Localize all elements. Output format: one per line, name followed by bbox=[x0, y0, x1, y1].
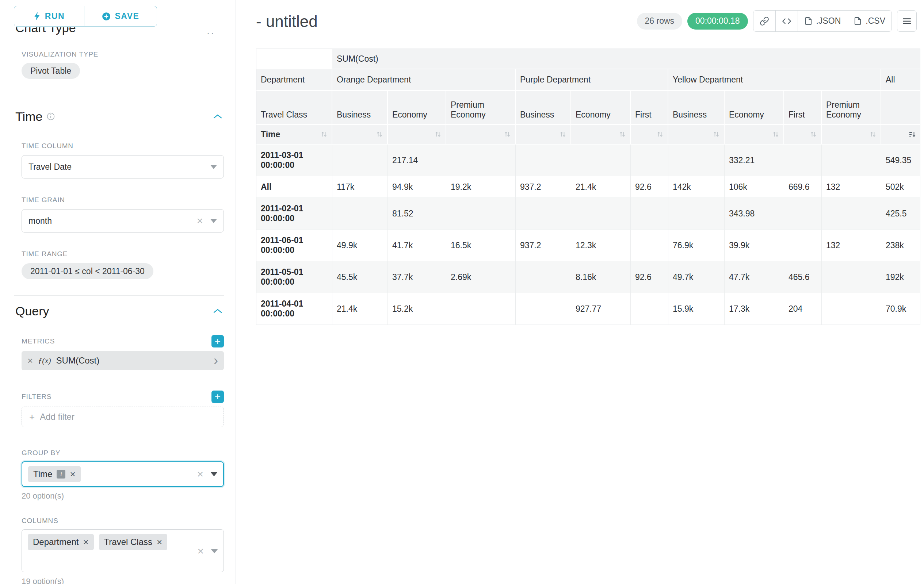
chevron-up-icon[interactable] bbox=[213, 308, 223, 314]
pivot-cell bbox=[631, 230, 668, 262]
sort-toggle-icon[interactable] bbox=[657, 131, 663, 138]
pivot-sort-header[interactable] bbox=[631, 125, 668, 145]
sort-toggle-icon[interactable] bbox=[713, 131, 719, 138]
sort-toggle-icon[interactable] bbox=[504, 131, 511, 138]
pivot-cell: 8.16k bbox=[571, 262, 631, 293]
pivot-department-header[interactable]: Purple Department bbox=[516, 69, 668, 91]
pivot-department-header[interactable]: All bbox=[881, 69, 920, 91]
pivot-cell bbox=[571, 145, 631, 176]
pivot-data-row: 2011-06-01 00:00:0049.9k41.7k16.5k937.21… bbox=[256, 230, 920, 262]
pivot-cell: 76.9k bbox=[668, 230, 724, 262]
sort-toggle-icon[interactable] bbox=[772, 131, 779, 138]
save-button[interactable]: SAVE bbox=[84, 6, 157, 26]
caret-down-icon bbox=[210, 165, 217, 169]
pivot-class-header[interactable]: Economy bbox=[571, 91, 631, 125]
pivot-data-row: All117k94.9k19.2k937.221.4k92.6142k106k6… bbox=[256, 176, 920, 198]
pivot-sort-header[interactable] bbox=[571, 125, 631, 145]
embed-code-button[interactable] bbox=[776, 10, 798, 32]
clear-icon[interactable]: × bbox=[196, 216, 203, 226]
query-section-header[interactable]: Query bbox=[15, 303, 223, 319]
pivot-class-header[interactable]: Premium Economy bbox=[446, 91, 516, 125]
pivot-sort-header[interactable] bbox=[388, 125, 446, 145]
pivot-cell: 937.2 bbox=[516, 176, 571, 198]
pivot-cell: 37.7k bbox=[388, 262, 446, 293]
chevron-right-icon[interactable]: › bbox=[214, 354, 218, 367]
pivot-class-header[interactable] bbox=[881, 91, 920, 125]
pivot-sort-header[interactable] bbox=[822, 125, 881, 145]
export-csv-button[interactable]: .CSV bbox=[847, 10, 892, 32]
pivot-department-header[interactable]: Orange Department bbox=[332, 69, 516, 91]
metric-name: SUM(Cost) bbox=[56, 355, 100, 366]
caret-down-icon[interactable] bbox=[211, 472, 217, 476]
clear-icon[interactable]: × bbox=[197, 546, 204, 557]
caret-down-icon[interactable] bbox=[211, 549, 218, 553]
pivot-metric-header: SUM(Cost) bbox=[332, 49, 920, 69]
pivot-class-header[interactable]: Business bbox=[668, 91, 724, 125]
pivot-class-header[interactable]: Business bbox=[332, 91, 388, 125]
time-column-select[interactable]: Travel Date bbox=[21, 155, 224, 178]
remove-metric-icon[interactable]: × bbox=[27, 355, 33, 367]
sort-toggle-icon[interactable] bbox=[321, 131, 327, 138]
pivot-cell bbox=[631, 293, 668, 325]
pivot-class-header[interactable]: Business bbox=[516, 91, 571, 125]
add-filter-plus-button[interactable]: + bbox=[211, 391, 224, 403]
pivot-sort-header[interactable] bbox=[724, 125, 784, 145]
time-section-header[interactable]: Time bbox=[15, 109, 223, 125]
pivot-class-header[interactable]: Economy bbox=[724, 91, 784, 125]
export-json-button[interactable]: .JSON bbox=[798, 10, 848, 32]
sort-toggle-icon[interactable] bbox=[376, 131, 383, 138]
columns-select[interactable]: Department×Travel Class× × bbox=[21, 529, 224, 572]
pivot-sort-header[interactable] bbox=[668, 125, 724, 145]
sort-toggle-icon[interactable] bbox=[870, 131, 876, 138]
pivot-cell: 465.6 bbox=[784, 262, 822, 293]
time-range-value[interactable]: 2011-01-01 ≤ col < 2011-06-30 bbox=[21, 263, 153, 279]
time-grain-select[interactable]: month × bbox=[21, 209, 224, 232]
info-icon[interactable] bbox=[47, 112, 55, 120]
pivot-class-header[interactable]: Premium Economy bbox=[822, 91, 881, 125]
pivot-class-header[interactable]: Economy bbox=[388, 91, 446, 125]
pivot-sort-header[interactable] bbox=[332, 125, 388, 145]
pivot-sort-header[interactable] bbox=[784, 125, 822, 145]
chevron-up-icon[interactable] bbox=[213, 114, 223, 119]
pivot-sort-header[interactable] bbox=[881, 125, 920, 145]
run-button[interactable]: RUN bbox=[14, 6, 84, 26]
pivot-row-axis-header[interactable]: Time bbox=[256, 125, 332, 145]
pivot-sort-header[interactable] bbox=[446, 125, 516, 145]
time-column-label: TIME COLUMN bbox=[21, 142, 224, 150]
add-filter-button[interactable]: + Add filter bbox=[21, 406, 224, 427]
metric-item[interactable]: × ƒ(x) SUM(Cost) › bbox=[21, 351, 224, 370]
pivot-cell: 238k bbox=[881, 230, 920, 262]
tag-remove-icon[interactable]: × bbox=[157, 536, 162, 548]
chart-title[interactable]: - untitled bbox=[256, 12, 318, 31]
pivot-row-label: 2011-03-01 00:00:00 bbox=[256, 145, 332, 176]
pivot-cell bbox=[516, 293, 571, 325]
clear-icon[interactable]: × bbox=[197, 469, 203, 480]
visualization-type-value[interactable]: Pivot Table bbox=[21, 63, 80, 79]
lightning-icon bbox=[34, 12, 41, 20]
sort-toggle-icon[interactable] bbox=[619, 131, 625, 138]
pivot-class-header[interactable]: First bbox=[784, 91, 822, 125]
pivot-table-container: SUM(Cost)DepartmentOrange DepartmentPurp… bbox=[256, 49, 920, 325]
time-grain-label: TIME GRAIN bbox=[21, 196, 224, 204]
add-metric-button[interactable]: + bbox=[211, 335, 224, 347]
pivot-cell: 15.9k bbox=[668, 293, 724, 325]
pivot-cell bbox=[446, 198, 516, 230]
tag-remove-icon[interactable]: × bbox=[70, 469, 75, 480]
menu-button[interactable] bbox=[897, 10, 917, 32]
pivot-cell: 15.2k bbox=[388, 293, 446, 325]
pivot-sort-header[interactable] bbox=[516, 125, 571, 145]
tag-remove-icon[interactable]: × bbox=[83, 536, 88, 548]
pivot-class-header[interactable]: First bbox=[631, 91, 668, 125]
column-info-icon[interactable]: i bbox=[57, 470, 65, 479]
run-save-button-group: RUN SAVE bbox=[14, 6, 224, 26]
pivot-department-header[interactable]: Yellow Department bbox=[668, 69, 881, 91]
file-icon bbox=[853, 17, 862, 25]
sort-toggle-icon[interactable] bbox=[559, 131, 566, 138]
share-link-button[interactable] bbox=[753, 10, 776, 32]
pivot-cell: 204 bbox=[784, 293, 822, 325]
sort-toggle-icon[interactable] bbox=[435, 131, 441, 138]
sort-toggle-icon[interactable] bbox=[810, 131, 817, 138]
pivot-row-label: 2011-06-01 00:00:00 bbox=[256, 230, 332, 262]
sort-desc-icon[interactable] bbox=[909, 131, 916, 138]
group-by-select[interactable]: Timei× × bbox=[21, 461, 224, 487]
